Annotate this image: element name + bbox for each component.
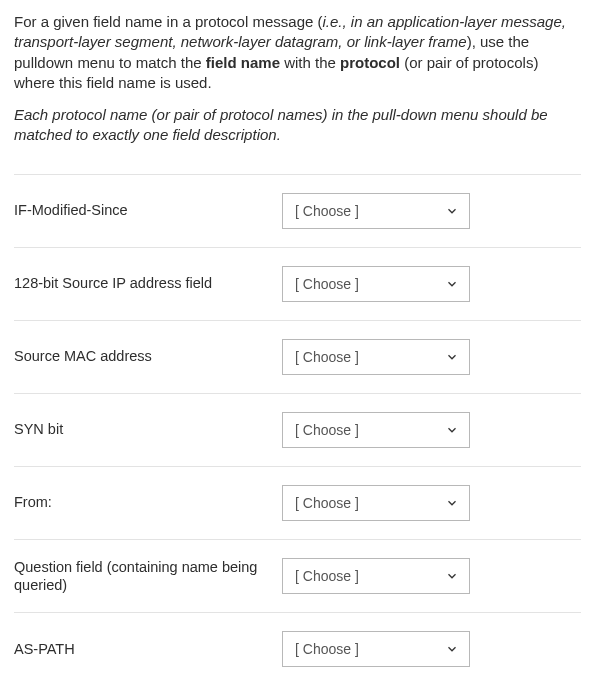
protocol-select[interactable]: [ Choose ] — [282, 339, 470, 375]
select-value: [ Choose ] — [295, 203, 359, 219]
field-label: AS-PATH — [14, 640, 282, 658]
question-row: AS-PATH [ Choose ] — [14, 612, 581, 677]
chevron-down-icon — [445, 569, 459, 583]
intro-text-pre: For a given field name in a protocol mes… — [14, 13, 323, 30]
protocol-select[interactable]: [ Choose ] — [282, 558, 470, 594]
chevron-down-icon — [445, 496, 459, 510]
select-value: [ Choose ] — [295, 276, 359, 292]
chevron-down-icon — [445, 642, 459, 656]
field-label: Question field (containing name being qu… — [14, 558, 282, 594]
select-value: [ Choose ] — [295, 495, 359, 511]
intro-text-bold1: field name — [206, 54, 280, 71]
field-label: From: — [14, 493, 282, 511]
field-label: IF-Modified-Since — [14, 201, 282, 219]
intro-text-mid2: with the — [280, 54, 340, 71]
protocol-select[interactable]: [ Choose ] — [282, 193, 470, 229]
field-label: Source MAC address — [14, 347, 282, 365]
select-value: [ Choose ] — [295, 349, 359, 365]
question-row: Source MAC address [ Choose ] — [14, 320, 581, 393]
intro-text-bold2: protocol — [340, 54, 400, 71]
question-row: SYN bit [ Choose ] — [14, 393, 581, 466]
question-row: 128-bit Source IP address field [ Choose… — [14, 247, 581, 320]
instructions-paragraph: For a given field name in a protocol mes… — [14, 12, 581, 93]
question-row: Question field (containing name being qu… — [14, 539, 581, 612]
chevron-down-icon — [445, 204, 459, 218]
chevron-down-icon — [445, 423, 459, 437]
protocol-select[interactable]: [ Choose ] — [282, 485, 470, 521]
chevron-down-icon — [445, 277, 459, 291]
question-rows: IF-Modified-Since [ Choose ] 128-bit Sou… — [14, 174, 581, 677]
chevron-down-icon — [445, 350, 459, 364]
protocol-select[interactable]: [ Choose ] — [282, 266, 470, 302]
select-value: [ Choose ] — [295, 641, 359, 657]
protocol-select[interactable]: [ Choose ] — [282, 412, 470, 448]
select-value: [ Choose ] — [295, 422, 359, 438]
question-row: IF-Modified-Since [ Choose ] — [14, 174, 581, 247]
protocol-select[interactable]: [ Choose ] — [282, 631, 470, 667]
instructions-note: Each protocol name (or pair of protocol … — [14, 105, 581, 146]
field-label: 128-bit Source IP address field — [14, 274, 282, 292]
field-label: SYN bit — [14, 420, 282, 438]
select-value: [ Choose ] — [295, 568, 359, 584]
question-row: From: [ Choose ] — [14, 466, 581, 539]
